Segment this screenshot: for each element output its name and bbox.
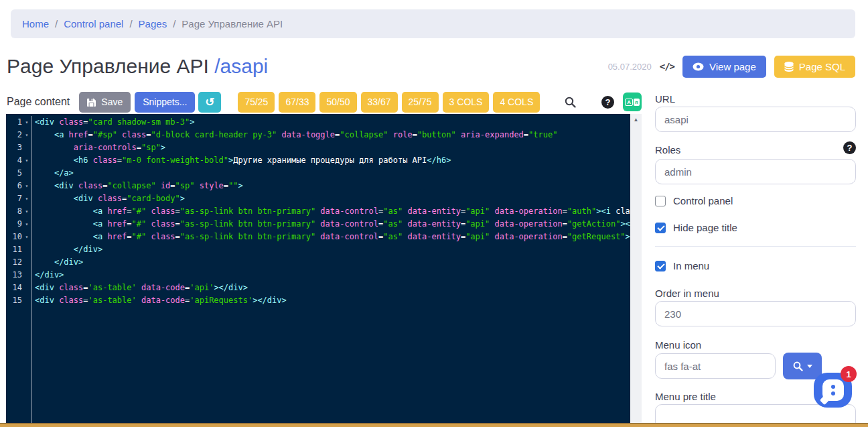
save-button[interactable]: Save xyxy=(79,92,131,113)
order-in-menu-input[interactable] xyxy=(655,301,856,326)
view-page-label: View page xyxy=(709,61,756,72)
checkbox-label: In menu xyxy=(673,260,709,271)
code-line[interactable]: aria-controls="sp"> xyxy=(35,141,630,154)
page-title: Page Управление API /asapi xyxy=(7,55,268,78)
gutter-row: 5 xyxy=(6,167,31,180)
page-date: 05.07.2020 xyxy=(608,62,652,72)
code-line[interactable]: <a href="#" class="as-sp-link btn btn-pr… xyxy=(35,231,630,243)
line-number: 8 xyxy=(6,205,22,218)
code-editor-area: 1▾2▾34▾56▾7▾8▾9▾10▾1112131415 <div class… xyxy=(6,114,642,423)
fold-arrow-icon[interactable]: ▾ xyxy=(22,129,31,141)
line-number: 12 xyxy=(6,256,22,269)
checkbox[interactable] xyxy=(655,223,666,233)
order-in-menu-label: Order in menu xyxy=(655,288,719,299)
code-line[interactable]: <a href="#sp" class="d-block card-header… xyxy=(35,129,630,141)
gutter-row: 14 xyxy=(6,282,31,294)
translate-button[interactable]: Aя xyxy=(623,93,642,111)
checkbox[interactable] xyxy=(655,261,666,271)
editor-toolbar: Page content Save Snippets... ↺ 75/2567/… xyxy=(7,91,642,113)
line-number: 1 xyxy=(6,116,22,129)
code-line[interactable]: <div class='as-table' data-code='api'></… xyxy=(35,282,630,294)
gutter-row: 3 xyxy=(6,141,31,154)
menu-pre-title-label: Menu pre title xyxy=(655,391,716,402)
code-line[interactable]: <div class="card shadow-sm mb-3"> xyxy=(35,116,630,129)
gutter-row: 11 xyxy=(6,243,31,256)
bottom-edge-bar xyxy=(0,423,868,427)
layout-button[interactable]: 67/33 xyxy=(279,92,315,113)
breadcrumb-item[interactable]: Control panel xyxy=(64,18,123,29)
code-line[interactable]: <div class='as-table' data-code='apiRequ… xyxy=(35,294,630,307)
layout-button[interactable]: 3 COLS xyxy=(443,92,490,113)
search-icon[interactable] xyxy=(565,97,576,108)
code-icon[interactable]: </> xyxy=(660,61,674,72)
line-number: 9 xyxy=(6,218,22,231)
snippets-button[interactable]: Snippets... xyxy=(135,92,195,113)
breadcrumb-separator: / xyxy=(129,18,132,29)
fold-arrow-icon xyxy=(22,294,31,307)
line-number: 3 xyxy=(6,141,22,154)
fold-arrow-icon[interactable]: ▾ xyxy=(22,218,31,231)
layout-button[interactable]: 50/50 xyxy=(319,92,356,113)
view-page-button[interactable]: View page xyxy=(682,56,766,78)
search-icon xyxy=(793,361,803,371)
page-content-label: Page content xyxy=(7,96,70,108)
roles-input[interactable] xyxy=(655,159,856,184)
code-line[interactable]: <div class="collapse" id="sp" style=""> xyxy=(35,180,630,192)
scrollbar-up-arrow[interactable]: ▲ xyxy=(630,117,642,123)
chat-dot xyxy=(831,385,835,389)
fold-arrow-icon xyxy=(22,141,31,154)
fold-arrow-icon[interactable]: ▾ xyxy=(22,205,31,218)
gutter-row: 7▾ xyxy=(6,192,31,205)
code-line[interactable]: </a> xyxy=(35,167,630,180)
checkbox-row[interactable]: Control panel xyxy=(655,195,733,206)
gutter-row: 12 xyxy=(6,256,31,269)
fold-arrow-icon[interactable]: ▾ xyxy=(22,116,31,129)
history-button[interactable]: ↺ xyxy=(198,92,221,113)
breadcrumb-item[interactable]: Home xyxy=(22,18,49,29)
fold-arrow-icon xyxy=(22,167,31,180)
layout-button[interactable]: 75/25 xyxy=(238,92,275,113)
fold-arrow-icon[interactable]: ▾ xyxy=(22,180,31,192)
chat-widget-button[interactable]: 1 xyxy=(814,373,852,408)
roles-label: Roles xyxy=(655,144,680,156)
breadcrumb-item[interactable]: Pages xyxy=(139,18,167,29)
menu-icon-search-button[interactable] xyxy=(783,353,822,379)
editor-scrollbar[interactable]: ▲ xyxy=(630,114,642,423)
snippets-label: Snippets... xyxy=(143,97,187,107)
checkbox[interactable] xyxy=(655,196,666,206)
gutter-row: 10▾ xyxy=(6,231,31,243)
line-number: 7 xyxy=(6,192,22,205)
eye-icon xyxy=(693,62,704,71)
url-input[interactable] xyxy=(655,107,856,132)
code-line[interactable]: <a href="#" class="as-sp-link btn btn-pr… xyxy=(35,218,630,231)
page-sql-button[interactable]: Page SQL xyxy=(774,56,855,78)
chevron-down-icon xyxy=(807,365,812,368)
checkbox-row[interactable]: Hide page title xyxy=(655,222,737,233)
layout-button[interactable]: 25/75 xyxy=(402,92,439,113)
code-line[interactable]: </div> xyxy=(35,256,630,269)
help-icon[interactable]: ? xyxy=(601,96,614,109)
code-editor[interactable]: 1▾2▾34▾56▾7▾8▾9▾10▾1112131415 <div class… xyxy=(6,114,630,423)
checkbox-row[interactable]: In menu xyxy=(655,260,709,271)
code-line[interactable]: <h6 class="m-0 font-weight-bold">Другие … xyxy=(35,154,630,167)
layout-button[interactable]: 33/67 xyxy=(361,92,398,113)
line-number: 2 xyxy=(6,129,22,141)
save-label: Save xyxy=(101,97,123,107)
fold-arrow-icon[interactable]: ▾ xyxy=(22,154,31,167)
chat-bubble-tail xyxy=(819,395,828,405)
fold-arrow-icon xyxy=(22,269,31,282)
code-line[interactable]: <a href="#" class="as-sp-link btn btn-pr… xyxy=(35,205,630,218)
fold-arrow-icon[interactable]: ▾ xyxy=(22,231,31,243)
roles-help-icon[interactable]: ? xyxy=(843,141,856,154)
code-line[interactable]: </div> xyxy=(35,243,630,256)
url-label: URL xyxy=(655,93,675,105)
fold-arrow-icon xyxy=(22,282,31,294)
menu-icon-input[interactable] xyxy=(655,353,776,379)
gutter-row: 2▾ xyxy=(6,129,31,141)
editor-code[interactable]: <div class="card shadow-sm mb-3"> <a hre… xyxy=(32,116,630,423)
gutter-row: 13 xyxy=(6,269,31,282)
fold-arrow-icon[interactable]: ▾ xyxy=(22,192,31,205)
layout-button[interactable]: 4 COLS xyxy=(493,92,540,113)
code-line[interactable]: <div class="card-body"> xyxy=(35,192,630,205)
code-line[interactable]: </div> xyxy=(35,269,630,282)
